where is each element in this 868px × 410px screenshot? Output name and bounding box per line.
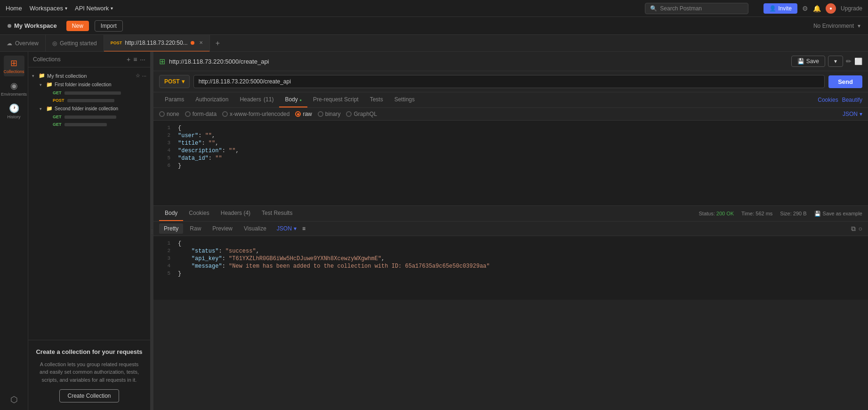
list-item[interactable]: GET [45,113,150,121]
folder1-icon: 📁 [46,82,53,88]
no-environment[interactable]: No Environment [813,23,854,29]
add-collection-button[interactable]: + [127,56,130,63]
json-format-toggle[interactable]: JSON ▾ [843,111,862,117]
save-example-button[interactable]: 💾 Save as example [814,211,862,217]
status-value: 200 OK [716,211,734,216]
main-layout: ⊞ Collections ◉ Environments 🕐 History ⬡… [0,52,868,410]
get-method-label2: GET [53,115,62,119]
search-bar[interactable]: 🔍 Search Postman [645,3,748,14]
list-item[interactable]: GET [45,121,150,128]
url-input[interactable] [193,75,825,88]
api-network-chevron: ▾ [111,6,113,11]
folder2-item[interactable]: ▾ 📁 Second folder inside collection [36,104,150,113]
method-url-row: POST ▾ Send [153,71,868,92]
upgrade-label[interactable]: Upgrade [841,5,862,12]
settings-button[interactable]: ⚙ [802,5,808,12]
resp-tab-headers[interactable]: Headers (4) [215,206,256,221]
response-tabs-bar: Body Cookies Headers (4) Test Results St… [153,206,868,221]
code-line-3: 3 "title": "", [153,139,868,147]
tab-request[interactable]: POST http://18.118.73.220:50... ✕ [104,35,210,52]
edit-button[interactable]: ✏ [846,56,852,67]
raw-option[interactable]: raw [295,111,312,117]
tab-pre-request[interactable]: Pre-request Script [307,92,364,107]
tab-params[interactable]: Params [159,92,190,107]
fmt-visualize[interactable]: Visualize [239,223,271,234]
collection-folder-icon: 📁 [39,73,45,79]
tab-headers[interactable]: Headers (11) [234,92,279,107]
fmt-preview[interactable]: Preview [208,223,237,234]
tab-settings[interactable]: Settings [389,92,420,107]
save-button[interactable]: 💾 Save [791,56,825,67]
resp-line-4: 4 "message": "New item has been added to… [153,262,868,270]
create-collection-button[interactable]: Create Collection [59,389,119,402]
list-item[interactable]: POST [45,97,150,104]
add-tab-button[interactable]: + [210,39,225,48]
post-label: POST [111,41,122,45]
tab-body[interactable]: Body ● [279,92,307,107]
collection-more-icon[interactable]: ··· [142,73,146,79]
code-line-5: 5 "data_id": "" [153,155,868,162]
new-button[interactable]: New [66,21,89,31]
filter-collections-button[interactable]: ≡ [133,56,137,63]
import-button[interactable]: Import [95,20,123,32]
tab-authorization[interactable]: Authorization [190,92,234,107]
fmt-pretty[interactable]: Pretty [159,223,183,234]
folder2-container: ▾ 📁 Second folder inside collection GET … [28,104,150,128]
workspaces-chevron: ▾ [65,6,67,11]
panel-header: Collections + ≡ ··· [28,52,150,67]
sidebar-item-history[interactable]: 🕐 History [4,101,24,122]
method-select[interactable]: POST ▾ [159,75,190,88]
environments-icon: ◉ [10,81,18,91]
urlencoded-radio [222,111,228,117]
resp-tab-cookies[interactable]: Cookies [183,206,215,221]
send-button[interactable]: Send [828,75,862,88]
save-dropdown-button[interactable]: ▾ [828,56,843,67]
workspaces-menu[interactable]: Workspaces ▾ [30,5,67,12]
tab-close-icon[interactable]: ✕ [199,40,203,45]
collection-item[interactable]: ▾ 📁 My first collection ☆ ··· [28,71,150,80]
graphql-option[interactable]: GraphQL [346,111,377,117]
resp-tab-test-results[interactable]: Test Results [256,206,298,221]
form-data-radio [185,111,191,117]
folder2-requests: GET GET [36,113,150,128]
copy-response-button[interactable]: ⧉ [851,225,856,233]
wrap-icon[interactable]: ≡ [302,225,305,232]
tab-tests[interactable]: Tests [364,92,389,107]
mock-icon: ⬡ [10,394,18,405]
overview-cloud-icon: ☁ [7,40,12,47]
tab-getting-started[interactable]: ◎ Getting started [46,35,104,52]
form-data-option[interactable]: form-data [185,111,217,117]
folder1-item[interactable]: ▾ 📁 First folder inside collection [36,80,150,89]
request-body-editor[interactable]: 1 { 2 "user": "", 3 "title": "", 4 "desc… [153,121,868,205]
binary-option[interactable]: binary [318,111,341,117]
more-collections-button[interactable]: ··· [140,56,145,63]
none-option[interactable]: none [159,111,179,117]
code-line-1: 1 { [153,124,868,132]
invite-button[interactable]: 👤 Invite [764,3,797,14]
docs-button[interactable]: ⬜ [854,56,862,67]
sidebar-item-environments[interactable]: ◉ Environments [4,78,24,99]
fmt-raw[interactable]: Raw [185,223,206,234]
collection-chevron-icon: ▾ [32,74,37,78]
post-method-label: POST [53,98,64,103]
notifications-button[interactable]: 🔔 [813,5,821,12]
beautify-link[interactable]: Beautify [842,97,862,103]
request-panel: ⊞ http://18.118.73.220:5000/create_api 💾… [153,52,868,410]
folder1-container: ▾ 📁 First folder inside collection GET P… [28,80,150,104]
list-item[interactable]: GET [45,89,150,97]
url-grid-icon: ⊞ [159,57,165,66]
cookies-link[interactable]: Cookies [818,97,838,103]
urlencoded-option[interactable]: x-www-form-urlencoded [222,111,289,117]
get-method-label3: GET [53,122,62,127]
home-link[interactable]: Home [6,5,22,12]
resp-tab-body[interactable]: Body [159,206,183,221]
clear-response-button[interactable]: ○ [859,225,862,233]
resp-line-3: 3 "api_key": "T61YXZLhR0GB6iWw5HcDJuwe9Y… [153,255,868,262]
tab-overview[interactable]: ☁ Overview [0,35,46,52]
workspace-dot [8,24,11,28]
response-json-select[interactable]: JSON ▾ [277,225,297,232]
sidebar-item-mock[interactable]: ⬡ [4,389,24,410]
sidebar-item-collections[interactable]: ⊞ Collections [4,56,24,76]
api-network-menu[interactable]: API Network ▾ [75,5,113,12]
workspace-name: My Workspace [8,22,57,29]
